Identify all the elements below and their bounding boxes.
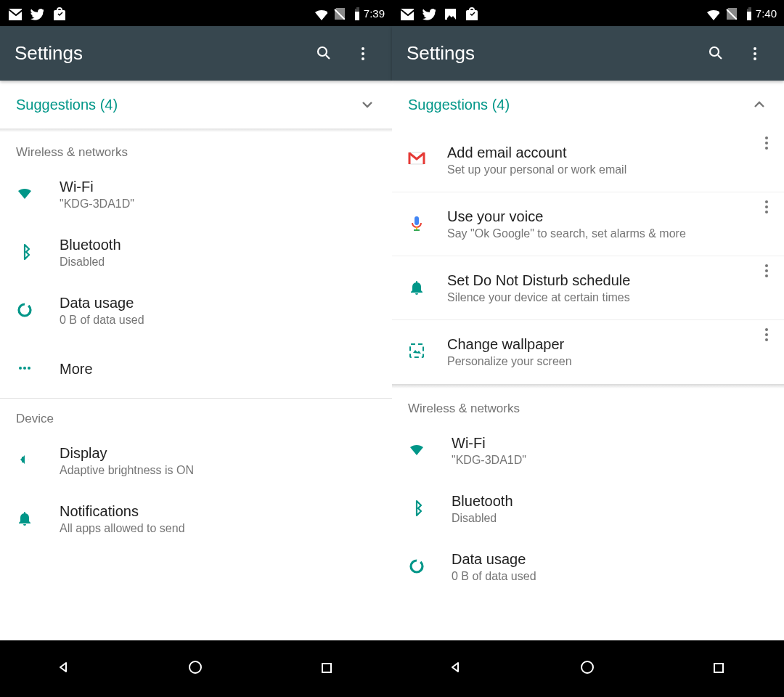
status-time: 7:40 — [756, 7, 777, 20]
suggestions-header[interactable]: Suggestions (4) — [0, 81, 392, 129]
status-time: 7:39 — [364, 7, 385, 20]
settings-content: Suggestions (4) Add email account Set up… — [392, 81, 784, 640]
wifi-status-icon — [705, 6, 719, 20]
bluetooth-icon — [408, 500, 427, 518]
bluetooth-title: Bluetooth — [60, 237, 376, 253]
search-icon[interactable] — [315, 44, 334, 63]
wifi-status-icon — [313, 6, 327, 20]
data-title: Data usage — [452, 551, 768, 568]
search-icon[interactable] — [707, 44, 726, 63]
data-usage-icon — [408, 558, 427, 576]
photo-status-icon — [443, 7, 456, 20]
nosim-status-icon — [332, 7, 345, 20]
wireless-header: Wireless & networks — [0, 132, 392, 166]
suggestion-more-icon[interactable] — [758, 198, 774, 214]
status-bar: 7:40 — [392, 0, 784, 26]
suggestion-wallpaper[interactable]: Change wallpaper Personalize your screen — [392, 320, 784, 384]
more-item[interactable]: More — [0, 340, 392, 398]
gmail-icon — [408, 150, 430, 171]
data-usage-item[interactable]: Data usage 0 B of data used — [0, 282, 392, 340]
back-button[interactable] — [55, 659, 75, 679]
wifi-icon — [408, 441, 428, 461]
bluetooth-title: Bluetooth — [452, 493, 768, 510]
notif-title: Notifications — [60, 503, 376, 520]
status-bar: 7:39 — [0, 0, 392, 26]
sugg-title: Add email account — [447, 144, 751, 161]
suggestions-label: Suggestions (4) — [408, 97, 510, 113]
bluetooth-icon — [16, 243, 35, 262]
sugg-sub: Set up your personal or work email — [447, 163, 751, 176]
shop-status-icon — [463, 6, 478, 20]
nav-bar — [0, 640, 392, 697]
phone-right: 7:40 Settings Suggestions (4) Add email … — [392, 0, 784, 697]
nav-bar — [392, 640, 784, 697]
wallpaper-icon — [408, 342, 428, 362]
wireless-header: Wireless & networks — [392, 388, 784, 422]
phone-left: 7:39 Settings Suggestions (4) Wireless &… — [0, 0, 392, 697]
wifi-icon — [16, 184, 36, 205]
wifi-title: Wi-Fi — [60, 179, 376, 195]
wifi-item[interactable]: Wi-Fi "KDG-3DA1D" — [0, 166, 392, 224]
home-button[interactable] — [187, 659, 207, 679]
page-title: Settings — [407, 42, 707, 65]
twitter-status-icon — [29, 6, 44, 20]
data-sub: 0 B of data used — [60, 314, 376, 327]
settings-content: Suggestions (4) Wireless & networks Wi-F… — [0, 81, 392, 640]
display-sub: Adaptive brightness is ON — [60, 464, 376, 477]
bluetooth-sub: Disabled — [60, 256, 376, 269]
suggestion-more-icon[interactable] — [758, 262, 774, 278]
app-bar: Settings — [392, 26, 784, 81]
shop-status-icon — [51, 6, 65, 20]
data-usage-icon — [16, 301, 35, 320]
mic-icon — [408, 215, 427, 234]
sugg-title: Set Do Not Disturb schedule — [447, 272, 751, 289]
overflow-menu-icon[interactable] — [746, 45, 764, 62]
chevron-down-icon — [359, 96, 376, 113]
sugg-title: Change wallpaper — [447, 336, 751, 353]
battery-status-icon — [741, 6, 751, 20]
wifi-item[interactable]: Wi-Fi "KDG-3DA1D" — [392, 422, 784, 480]
back-button[interactable] — [447, 659, 467, 679]
home-button[interactable] — [579, 659, 599, 679]
bluetooth-item[interactable]: Bluetooth Disabled — [0, 224, 392, 282]
wifi-sub: "KDG-3DA1D" — [452, 454, 768, 467]
overflow-menu-icon[interactable] — [354, 45, 372, 62]
nosim-status-icon — [724, 7, 737, 20]
recents-button[interactable] — [318, 659, 337, 678]
suggestions-label: Suggestions (4) — [16, 97, 118, 113]
battery-status-icon — [349, 6, 359, 20]
notifications-item[interactable]: Notifications All apps allowed to send — [0, 490, 392, 548]
suggestion-more-icon[interactable] — [758, 134, 774, 150]
wifi-sub: "KDG-3DA1D" — [60, 197, 376, 211]
more-title: More — [60, 361, 376, 378]
sugg-sub: Silence your device at certain times — [447, 291, 751, 304]
app-bar: Settings — [0, 26, 392, 81]
twitter-status-icon — [421, 6, 436, 20]
gmail-status-icon — [399, 6, 414, 20]
sugg-title: Use your voice — [447, 208, 751, 225]
notif-sub: All apps allowed to send — [60, 522, 376, 535]
bell-icon — [16, 510, 35, 529]
bluetooth-item[interactable]: Bluetooth Disabled — [392, 480, 784, 538]
suggestions-header[interactable]: Suggestions (4) — [392, 81, 784, 129]
device-header: Device — [0, 399, 392, 432]
data-usage-item[interactable]: Data usage 0 B of data used — [392, 538, 784, 596]
suggestion-more-icon[interactable] — [758, 326, 774, 342]
gmail-status-icon — [7, 6, 22, 20]
display-title: Display — [60, 445, 376, 462]
sugg-sub: Personalize your screen — [447, 355, 751, 368]
chevron-up-icon — [751, 96, 768, 113]
brightness-icon — [16, 451, 36, 471]
sugg-sub: Say "Ok Google" to search, set alarms & … — [447, 227, 751, 240]
suggestion-use-voice[interactable]: Use your voice Say "Ok Google" to search… — [392, 192, 784, 256]
suggestion-add-email[interactable]: Add email account Set up your personal o… — [392, 129, 784, 192]
display-item[interactable]: Display Adaptive brightness is ON — [0, 432, 392, 490]
suggestion-dnd[interactable]: Set Do Not Disturb schedule Silence your… — [392, 256, 784, 320]
recents-button[interactable] — [710, 659, 729, 678]
page-title: Settings — [15, 42, 315, 65]
bluetooth-sub: Disabled — [452, 512, 768, 525]
bell-icon — [408, 279, 427, 298]
wifi-title: Wi-Fi — [452, 435, 768, 452]
data-title: Data usage — [60, 295, 376, 311]
more-horiz-icon — [16, 359, 35, 378]
